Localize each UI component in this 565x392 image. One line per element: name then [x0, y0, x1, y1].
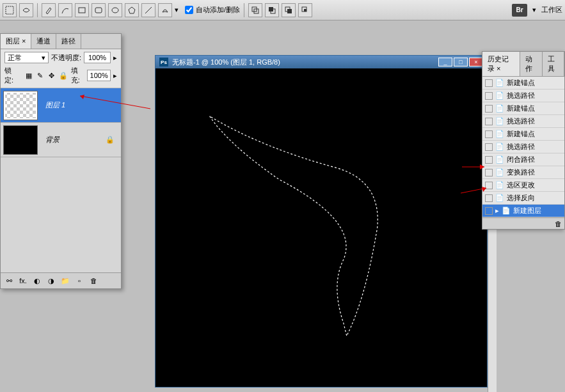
lock-icon: 🔒 — [106, 136, 116, 144]
history-state-icon: 📄 — [502, 207, 511, 216]
history-state-icon: 📄 — [495, 117, 504, 126]
svg-rect-2 — [95, 8, 102, 13]
history-item[interactable]: 📄新建锚点 — [482, 102, 564, 115]
fill-label: 填充: — [71, 66, 85, 85]
svg-point-3 — [112, 8, 118, 13]
layer-name[interactable]: 图层 1 — [40, 100, 121, 110]
layer-name[interactable]: 背景 — [40, 135, 106, 145]
workspace-label[interactable]: 工作区 — [541, 5, 562, 15]
history-state-icon: 📄 — [495, 168, 504, 177]
history-state-icon: 📄 — [495, 104, 504, 113]
layer-item[interactable]: 图层 1 — [1, 88, 121, 123]
tab-paths[interactable]: 路径 — [56, 34, 81, 49]
panel-tabs: 历史记录 × 动作 工具 — [482, 52, 564, 77]
path-op-3-icon[interactable] — [282, 3, 296, 17]
auto-add-delete-checkbox[interactable]: 自动添加/删除 — [185, 5, 240, 15]
document-title: 无标题-1 @ 100% (图层 1, RGB/8) — [172, 58, 437, 67]
tab-channels[interactable]: 通道 — [31, 34, 56, 49]
history-item[interactable]: 📄选区更改 — [482, 179, 564, 192]
custom-shape-icon[interactable] — [158, 3, 172, 17]
history-list: 📄新建锚点 📄挑选路径 📄新建锚点 📄挑选路径 📄新建锚点 📄挑选路径 📄闭合路… — [482, 77, 564, 217]
chevron-right-icon[interactable]: ▸ — [113, 72, 117, 80]
history-state-icon: 📄 — [495, 91, 504, 100]
history-panel: 历史记录 × 动作 工具 📄新建锚点 📄挑选路径 📄新建锚点 📄挑选路径 📄新建… — [482, 51, 565, 230]
tab-history[interactable]: 历史记录 × — [482, 52, 520, 76]
document-canvas[interactable] — [155, 68, 487, 387]
document-titlebar[interactable]: Ps 无标题-1 @ 100% (图层 1, RGB/8) _ □ × — [155, 56, 487, 68]
history-item[interactable]: 📄挑选路径 — [482, 90, 564, 102]
history-state-icon: 📄 — [495, 143, 504, 152]
layer-list: 图层 1 背景 🔒 — [1, 88, 121, 157]
chevron-right-icon[interactable]: ▸ — [113, 54, 117, 62]
svg-line-4 — [145, 7, 152, 13]
auto-add-delete-label: 自动添加/删除 — [196, 5, 240, 15]
rect-marquee-icon[interactable] — [3, 3, 17, 17]
lock-all-icon[interactable]: 🔒 — [58, 70, 68, 81]
fx-icon[interactable]: fx. — [17, 276, 29, 286]
history-item[interactable]: 📄新建锚点 — [482, 128, 564, 141]
path-op-1-icon[interactable] — [248, 3, 262, 17]
tab-layers[interactable]: 图层 × — [1, 34, 31, 49]
auto-add-delete-input[interactable] — [185, 6, 193, 14]
svg-rect-10 — [287, 9, 292, 13]
history-item[interactable]: 📄闭合路径 — [482, 153, 564, 166]
lock-position-icon[interactable]: ✥ — [47, 70, 57, 81]
ellipse-icon[interactable] — [108, 3, 122, 17]
fill-value[interactable]: 100% — [87, 70, 111, 81]
adjustment-icon[interactable]: ◑ — [45, 276, 57, 286]
trash-icon[interactable]: 🗑 — [88, 276, 99, 286]
pen-icon[interactable] — [42, 3, 56, 17]
history-panel-footer: 🗑 — [482, 217, 564, 229]
history-item[interactable]: 📄新建锚点 — [482, 77, 564, 90]
history-state-icon: 📄 — [495, 194, 504, 203]
history-state-icon: 📄 — [495, 130, 504, 139]
folder-icon[interactable]: 📁 — [60, 276, 71, 286]
ps-icon: Ps — [159, 58, 168, 67]
panel-tabs: 图层 × 通道 路径 — [1, 34, 121, 49]
path-op-4-icon[interactable] — [298, 3, 312, 17]
opacity-value[interactable]: 100% — [84, 52, 111, 63]
shape-pen-icon[interactable] — [19, 3, 33, 17]
history-item[interactable]: ▸📄新建图层 — [482, 205, 564, 217]
lock-transparency-icon[interactable]: ▦ — [24, 70, 34, 81]
svg-rect-12 — [304, 9, 306, 12]
lock-label: 锁定: — [4, 66, 19, 85]
rect-shape-icon[interactable] — [75, 3, 89, 17]
blend-mode-dropdown[interactable]: 正常▾ — [4, 52, 49, 63]
layer-item[interactable]: 背景 🔒 — [1, 123, 121, 157]
line-icon[interactable] — [141, 3, 155, 17]
history-state-icon: 📄 — [495, 79, 504, 88]
history-item[interactable]: 📄挑选路径 — [482, 141, 564, 153]
lock-image-icon[interactable]: ✎ — [35, 70, 45, 81]
selection-marquee — [210, 116, 378, 336]
rounded-rect-icon[interactable] — [92, 3, 106, 17]
minimize-button[interactable]: _ — [438, 58, 452, 67]
path-op-2-icon[interactable] — [265, 3, 279, 17]
layer-list-empty — [1, 157, 121, 272]
history-item[interactable]: 📄变换路径 — [482, 166, 564, 179]
chevron-down-icon[interactable]: ▾ — [175, 6, 179, 14]
tab-tools[interactable]: 工具 — [543, 52, 564, 76]
mask-icon[interactable]: ◐ — [31, 276, 43, 286]
trash-icon[interactable]: 🗑 — [555, 220, 562, 228]
opacity-label: 不透明度: — [51, 53, 81, 63]
layers-panel-footer: ⚯ fx. ◐ ◑ 📁 ▫ 🗑 — [1, 272, 121, 288]
tab-actions[interactable]: 动作 — [520, 52, 542, 76]
history-state-icon: 📄 — [495, 155, 504, 164]
chevron-down-icon[interactable]: ▾ — [532, 6, 536, 14]
close-button[interactable]: × — [469, 58, 483, 67]
maximize-button[interactable]: □ — [454, 58, 468, 67]
options-bar: ▾ 自动添加/删除 Br ▾ 工作区 — [0, 0, 565, 20]
history-item[interactable]: 📄挑选路径 — [482, 115, 564, 128]
link-layers-icon[interactable]: ⚯ — [3, 276, 15, 286]
svg-rect-1 — [79, 8, 85, 13]
new-layer-icon[interactable]: ▫ — [74, 276, 85, 286]
svg-rect-0 — [6, 6, 13, 14]
freeform-pen-icon[interactable] — [58, 3, 72, 17]
layer-thumbnail[interactable] — [3, 91, 38, 120]
layer-thumbnail[interactable] — [3, 125, 38, 155]
history-item[interactable]: 📄选择反向 — [482, 192, 564, 205]
bridge-icon[interactable]: Br — [512, 4, 527, 17]
current-marker-icon: ▸ — [495, 207, 499, 215]
polygon-icon[interactable] — [125, 3, 139, 17]
